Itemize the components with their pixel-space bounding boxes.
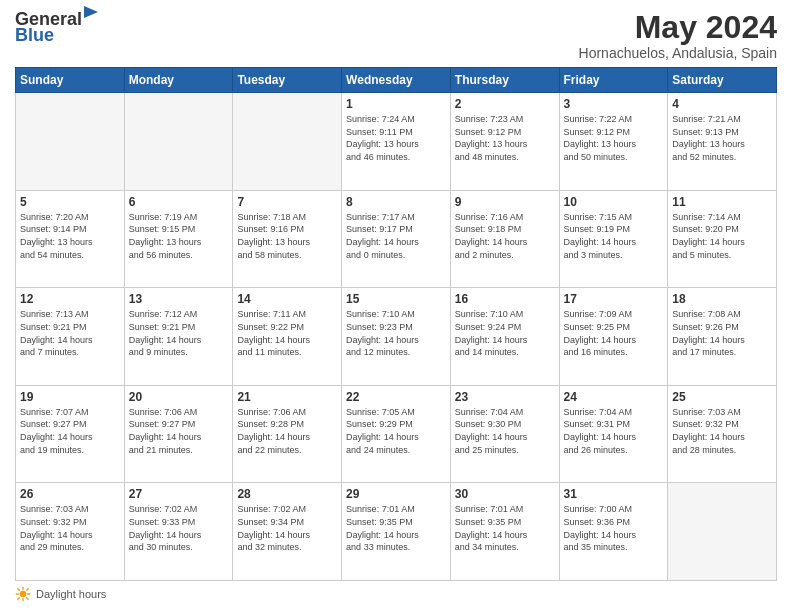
table-row: 11Sunrise: 7:14 AM Sunset: 9:20 PM Dayli… xyxy=(668,190,777,288)
table-row: 9Sunrise: 7:16 AM Sunset: 9:18 PM Daylig… xyxy=(450,190,559,288)
col-sunday: Sunday xyxy=(16,68,125,93)
table-row xyxy=(668,483,777,581)
table-row: 14Sunrise: 7:11 AM Sunset: 9:22 PM Dayli… xyxy=(233,288,342,386)
table-row: 16Sunrise: 7:10 AM Sunset: 9:24 PM Dayli… xyxy=(450,288,559,386)
day-number: 23 xyxy=(455,390,555,404)
day-info: Sunrise: 7:09 AM Sunset: 9:25 PM Dayligh… xyxy=(564,308,664,358)
daylight-hours-label: Daylight hours xyxy=(36,588,106,600)
col-thursday: Thursday xyxy=(450,68,559,93)
day-number: 10 xyxy=(564,195,664,209)
col-wednesday: Wednesday xyxy=(342,68,451,93)
table-row: 26Sunrise: 7:03 AM Sunset: 9:32 PM Dayli… xyxy=(16,483,125,581)
svg-marker-0 xyxy=(84,6,98,18)
calendar-week-row: 12Sunrise: 7:13 AM Sunset: 9:21 PM Dayli… xyxy=(16,288,777,386)
day-info: Sunrise: 7:00 AM Sunset: 9:36 PM Dayligh… xyxy=(564,503,664,553)
calendar-week-row: 5Sunrise: 7:20 AM Sunset: 9:14 PM Daylig… xyxy=(16,190,777,288)
day-number: 17 xyxy=(564,292,664,306)
table-row: 1Sunrise: 7:24 AM Sunset: 9:11 PM Daylig… xyxy=(342,93,451,191)
day-number: 25 xyxy=(672,390,772,404)
day-info: Sunrise: 7:04 AM Sunset: 9:31 PM Dayligh… xyxy=(564,406,664,456)
day-info: Sunrise: 7:03 AM Sunset: 9:32 PM Dayligh… xyxy=(20,503,120,553)
day-number: 31 xyxy=(564,487,664,501)
header: General Blue May 2024 Hornachuelos, Anda… xyxy=(15,10,777,61)
table-row: 22Sunrise: 7:05 AM Sunset: 9:29 PM Dayli… xyxy=(342,385,451,483)
day-info: Sunrise: 7:01 AM Sunset: 9:35 PM Dayligh… xyxy=(346,503,446,553)
day-number: 19 xyxy=(20,390,120,404)
day-info: Sunrise: 7:19 AM Sunset: 9:15 PM Dayligh… xyxy=(129,211,229,261)
table-row: 20Sunrise: 7:06 AM Sunset: 9:27 PM Dayli… xyxy=(124,385,233,483)
day-number: 21 xyxy=(237,390,337,404)
day-info: Sunrise: 7:15 AM Sunset: 9:19 PM Dayligh… xyxy=(564,211,664,261)
day-number: 20 xyxy=(129,390,229,404)
table-row: 18Sunrise: 7:08 AM Sunset: 9:26 PM Dayli… xyxy=(668,288,777,386)
day-number: 14 xyxy=(237,292,337,306)
day-number: 28 xyxy=(237,487,337,501)
day-number: 13 xyxy=(129,292,229,306)
location: Hornachuelos, Andalusia, Spain xyxy=(579,45,777,61)
day-info: Sunrise: 7:12 AM Sunset: 9:21 PM Dayligh… xyxy=(129,308,229,358)
table-row: 19Sunrise: 7:07 AM Sunset: 9:27 PM Dayli… xyxy=(16,385,125,483)
day-info: Sunrise: 7:24 AM Sunset: 9:11 PM Dayligh… xyxy=(346,113,446,163)
calendar-table: Sunday Monday Tuesday Wednesday Thursday… xyxy=(15,67,777,581)
table-row: 30Sunrise: 7:01 AM Sunset: 9:35 PM Dayli… xyxy=(450,483,559,581)
day-number: 9 xyxy=(455,195,555,209)
day-number: 3 xyxy=(564,97,664,111)
day-number: 27 xyxy=(129,487,229,501)
day-info: Sunrise: 7:08 AM Sunset: 9:26 PM Dayligh… xyxy=(672,308,772,358)
footer-note: Daylight hours xyxy=(15,586,777,602)
day-number: 18 xyxy=(672,292,772,306)
day-info: Sunrise: 7:18 AM Sunset: 9:16 PM Dayligh… xyxy=(237,211,337,261)
table-row: 21Sunrise: 7:06 AM Sunset: 9:28 PM Dayli… xyxy=(233,385,342,483)
title-block: May 2024 Hornachuelos, Andalusia, Spain xyxy=(579,10,777,61)
day-number: 2 xyxy=(455,97,555,111)
logo-blue: Blue xyxy=(15,26,98,44)
day-number: 22 xyxy=(346,390,446,404)
logo-text: General Blue xyxy=(15,10,98,44)
day-info: Sunrise: 7:13 AM Sunset: 9:21 PM Dayligh… xyxy=(20,308,120,358)
table-row: 8Sunrise: 7:17 AM Sunset: 9:17 PM Daylig… xyxy=(342,190,451,288)
table-row: 12Sunrise: 7:13 AM Sunset: 9:21 PM Dayli… xyxy=(16,288,125,386)
table-row: 5Sunrise: 7:20 AM Sunset: 9:14 PM Daylig… xyxy=(16,190,125,288)
day-info: Sunrise: 7:14 AM Sunset: 9:20 PM Dayligh… xyxy=(672,211,772,261)
svg-line-8 xyxy=(27,589,28,590)
day-number: 7 xyxy=(237,195,337,209)
day-info: Sunrise: 7:06 AM Sunset: 9:27 PM Dayligh… xyxy=(129,406,229,456)
table-row: 10Sunrise: 7:15 AM Sunset: 9:19 PM Dayli… xyxy=(559,190,668,288)
table-row: 3Sunrise: 7:22 AM Sunset: 9:12 PM Daylig… xyxy=(559,93,668,191)
table-row: 25Sunrise: 7:03 AM Sunset: 9:32 PM Dayli… xyxy=(668,385,777,483)
table-row: 27Sunrise: 7:02 AM Sunset: 9:33 PM Dayli… xyxy=(124,483,233,581)
day-number: 5 xyxy=(20,195,120,209)
day-number: 26 xyxy=(20,487,120,501)
day-info: Sunrise: 7:22 AM Sunset: 9:12 PM Dayligh… xyxy=(564,113,664,163)
day-info: Sunrise: 7:20 AM Sunset: 9:14 PM Dayligh… xyxy=(20,211,120,261)
table-row: 28Sunrise: 7:02 AM Sunset: 9:34 PM Dayli… xyxy=(233,483,342,581)
svg-line-6 xyxy=(18,589,19,590)
day-info: Sunrise: 7:07 AM Sunset: 9:27 PM Dayligh… xyxy=(20,406,120,456)
table-row: 17Sunrise: 7:09 AM Sunset: 9:25 PM Dayli… xyxy=(559,288,668,386)
day-info: Sunrise: 7:01 AM Sunset: 9:35 PM Dayligh… xyxy=(455,503,555,553)
day-number: 4 xyxy=(672,97,772,111)
table-row: 4Sunrise: 7:21 AM Sunset: 9:13 PM Daylig… xyxy=(668,93,777,191)
day-number: 29 xyxy=(346,487,446,501)
table-row: 13Sunrise: 7:12 AM Sunset: 9:21 PM Dayli… xyxy=(124,288,233,386)
col-friday: Friday xyxy=(559,68,668,93)
table-row: 29Sunrise: 7:01 AM Sunset: 9:35 PM Dayli… xyxy=(342,483,451,581)
day-info: Sunrise: 7:10 AM Sunset: 9:24 PM Dayligh… xyxy=(455,308,555,358)
table-row: 23Sunrise: 7:04 AM Sunset: 9:30 PM Dayli… xyxy=(450,385,559,483)
logo: General Blue xyxy=(15,10,98,44)
logo-flag-icon xyxy=(84,6,98,28)
day-info: Sunrise: 7:04 AM Sunset: 9:30 PM Dayligh… xyxy=(455,406,555,456)
day-number: 16 xyxy=(455,292,555,306)
col-saturday: Saturday xyxy=(668,68,777,93)
day-number: 15 xyxy=(346,292,446,306)
day-number: 24 xyxy=(564,390,664,404)
table-row: 15Sunrise: 7:10 AM Sunset: 9:23 PM Dayli… xyxy=(342,288,451,386)
svg-point-1 xyxy=(20,591,27,598)
calendar-header-row: Sunday Monday Tuesday Wednesday Thursday… xyxy=(16,68,777,93)
month-title: May 2024 xyxy=(579,10,777,45)
sun-icon xyxy=(15,586,31,602)
day-info: Sunrise: 7:02 AM Sunset: 9:33 PM Dayligh… xyxy=(129,503,229,553)
table-row: 7Sunrise: 7:18 AM Sunset: 9:16 PM Daylig… xyxy=(233,190,342,288)
table-row: 6Sunrise: 7:19 AM Sunset: 9:15 PM Daylig… xyxy=(124,190,233,288)
day-info: Sunrise: 7:23 AM Sunset: 9:12 PM Dayligh… xyxy=(455,113,555,163)
